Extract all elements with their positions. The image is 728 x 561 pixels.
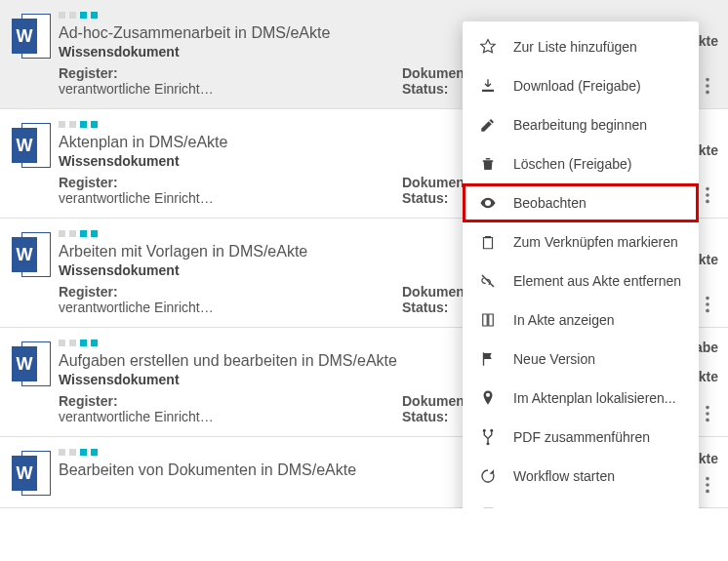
svg-point-14	[706, 490, 709, 494]
svg-point-6	[706, 297, 709, 301]
refresh-icon	[478, 467, 498, 485]
menu-item-label: Im Aktenplan lokalisieren...	[513, 390, 676, 406]
word-icon: W	[12, 123, 51, 168]
menu-item-refresh[interactable]: Workflow starten	[463, 457, 699, 496]
svg-point-11	[706, 419, 709, 422]
file-type-icon: W	[4, 121, 59, 206]
more-actions-button[interactable]	[697, 474, 718, 496]
register-label: Register:	[59, 393, 402, 409]
file-type-icon: W	[4, 449, 59, 496]
menu-item-label: Bearbeitung beginnen	[513, 117, 647, 133]
menu-item-merge[interactable]: PDF zusammenführen	[463, 418, 699, 457]
trash-icon	[478, 155, 498, 173]
menu-item-label: Zur Liste hinzufügen	[513, 39, 637, 55]
menu-item-label: Neue Version	[513, 351, 595, 367]
svg-point-13	[706, 483, 709, 487]
more-actions-button[interactable]	[697, 75, 718, 97]
word-icon: W	[12, 232, 51, 277]
menu-item-trash[interactable]: Löschen (Freigabe)	[463, 144, 699, 183]
menu-item-unlink[interactable]: Element aus Akte entfernen	[463, 261, 699, 301]
register-value: verantwortliche Einricht…	[59, 300, 263, 315]
menu-item-edit[interactable]: Bearbeitung beginnen	[463, 105, 699, 144]
file-type-icon: W	[4, 230, 59, 315]
menu-item-label: Zum Verknüpfen markieren	[513, 234, 678, 250]
menu-item-label: Element aus Akte entfernen	[513, 273, 681, 289]
status-dots	[59, 12, 656, 19]
download-icon	[478, 77, 498, 95]
svg-point-15	[483, 429, 486, 432]
book-icon	[478, 311, 498, 329]
register-value: verantwortliche Einricht…	[59, 409, 263, 424]
word-icon: W	[12, 14, 51, 59]
menu-item-pin[interactable]: Im Aktenplan lokalisieren...	[463, 379, 699, 418]
more-actions-button[interactable]	[697, 184, 718, 206]
register-label: Register:	[59, 175, 402, 190]
menu-item-clipboard[interactable]: Zum Verknüpfen markieren	[463, 222, 699, 261]
svg-point-3	[706, 187, 709, 191]
menu-item-label: Beobachten	[513, 195, 586, 211]
svg-point-10	[706, 412, 709, 416]
more-actions-button[interactable]	[697, 403, 718, 424]
word-icon: W	[12, 451, 51, 496]
svg-point-17	[487, 442, 490, 445]
context-menu: Zur Liste hinzufügen Download (Freigabe)…	[463, 21, 699, 508]
register-value: verantwortliche Einricht…	[59, 81, 263, 97]
menu-item-copy[interactable]: Ein Dokument nach Vorlage er…	[463, 496, 699, 508]
copy-icon	[478, 506, 498, 508]
edit-icon	[478, 116, 498, 134]
menu-item-label: Ein Dokument nach Vorlage er…	[513, 507, 699, 508]
svg-point-16	[490, 429, 493, 432]
register-label: Register:	[59, 284, 402, 300]
svg-point-8	[706, 309, 709, 313]
menu-item-book[interactable]: In Akte anzeigen	[463, 301, 699, 340]
register-label: Register:	[59, 65, 402, 81]
svg-point-0	[706, 78, 709, 82]
word-icon: W	[12, 341, 51, 386]
svg-point-9	[706, 406, 709, 410]
menu-item-star[interactable]: Zur Liste hinzufügen	[463, 27, 699, 66]
menu-item-eye[interactable]: Beobachten	[463, 183, 699, 222]
svg-point-12	[706, 477, 709, 481]
star-icon	[478, 38, 498, 56]
file-type-icon: W	[4, 340, 59, 424]
menu-item-label: In Akte anzeigen	[513, 312, 615, 328]
menu-item-flag[interactable]: Neue Version	[463, 340, 699, 379]
file-type-icon: W	[4, 12, 59, 97]
menu-item-label: Download (Freigabe)	[513, 78, 641, 94]
flag-icon	[478, 350, 498, 368]
register-value: verantwortliche Einricht…	[59, 190, 263, 206]
eye-icon	[478, 194, 498, 212]
svg-point-2	[706, 91, 709, 95]
menu-item-label: PDF zusammenführen	[513, 429, 650, 445]
menu-item-label: Löschen (Freigabe)	[513, 156, 631, 172]
more-actions-button[interactable]	[697, 294, 718, 315]
svg-point-7	[706, 302, 709, 306]
svg-point-1	[706, 84, 709, 88]
unlink-icon	[478, 272, 498, 290]
merge-icon	[478, 428, 498, 446]
svg-point-4	[706, 193, 709, 197]
menu-item-label: Workflow starten	[513, 468, 615, 484]
clipboard-icon	[478, 233, 498, 251]
pin-icon	[478, 389, 498, 407]
svg-point-5	[706, 200, 709, 204]
menu-item-download[interactable]: Download (Freigabe)	[463, 66, 699, 105]
